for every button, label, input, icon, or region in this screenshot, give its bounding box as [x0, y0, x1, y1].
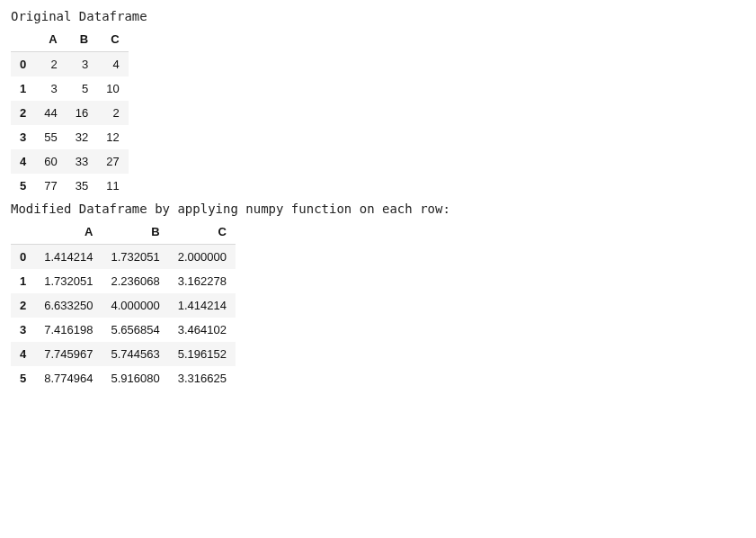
cell: 3.464102: [169, 318, 236, 342]
cell: 5: [67, 76, 97, 101]
table-row: 5 8.774964 5.916080 3.316625: [11, 366, 236, 390]
cell: 2.236068: [102, 269, 168, 293]
cell: 3.316625: [169, 366, 236, 390]
cell: 2: [35, 52, 66, 77]
cell: 60: [35, 149, 66, 174]
cell: 4: [97, 52, 128, 77]
index-header: [11, 27, 35, 52]
cell: 33: [67, 149, 97, 174]
index-header: [11, 220, 35, 245]
cell: 44: [35, 101, 66, 125]
cell: 3: [67, 52, 97, 77]
cell: 12: [97, 125, 128, 149]
cell: 1.414214: [169, 293, 236, 318]
table-row: 2 6.633250 4.000000 1.414214: [11, 293, 236, 318]
cell: 5.196152: [169, 342, 236, 366]
cell: 2: [97, 101, 128, 125]
cell: 4.000000: [102, 293, 168, 318]
row-index: 4: [11, 342, 35, 366]
header-row: A B C: [11, 220, 236, 245]
header-row: A B C: [11, 27, 129, 52]
cell: 27: [97, 149, 128, 174]
cell: 55: [35, 125, 66, 149]
cell: 35: [67, 174, 97, 198]
col-header-A: A: [35, 220, 102, 245]
original-caption: Original Dataframe: [11, 9, 745, 23]
row-index: 3: [11, 318, 35, 342]
row-index: 2: [11, 101, 35, 125]
cell: 5.656854: [102, 318, 168, 342]
cell: 7.745967: [35, 342, 102, 366]
row-index: 5: [11, 174, 35, 198]
cell: 5.744563: [102, 342, 168, 366]
cell: 32: [67, 125, 97, 149]
cell: 2.000000: [169, 245, 236, 270]
cell: 7.416198: [35, 318, 102, 342]
row-index: 0: [11, 52, 35, 77]
table-row: 5 77 35 11: [11, 174, 129, 198]
modified-caption: Modified Dataframe by applying numpy fun…: [11, 202, 745, 216]
cell: 5.916080: [102, 366, 168, 390]
col-header-B: B: [102, 220, 168, 245]
modified-section: Modified Dataframe by applying numpy fun…: [11, 202, 745, 390]
cell: 8.774964: [35, 366, 102, 390]
table-row: 4 60 33 27: [11, 149, 129, 174]
cell: 1.732051: [35, 269, 102, 293]
table-row: 1 3 5 10: [11, 76, 129, 101]
row-index: 1: [11, 269, 35, 293]
col-header-C: C: [169, 220, 236, 245]
cell: 10: [97, 76, 128, 101]
col-header-A: A: [35, 27, 66, 52]
modified-dataframe: A B C 0 1.414214 1.732051 2.000000 1 1.7…: [11, 220, 236, 390]
table-row: 0 2 3 4: [11, 52, 129, 77]
table-row: 1 1.732051 2.236068 3.162278: [11, 269, 236, 293]
original-dataframe: A B C 0 2 3 4 1 3 5 10 2 44 16 2: [11, 27, 129, 198]
col-header-C: C: [97, 27, 128, 52]
row-index: 1: [11, 76, 35, 101]
table-row: 4 7.745967 5.744563 5.196152: [11, 342, 236, 366]
original-section: Original Dataframe A B C 0 2 3 4 1 3 5 1…: [11, 9, 745, 198]
row-index: 0: [11, 245, 35, 270]
cell: 1.414214: [35, 245, 102, 270]
cell: 16: [67, 101, 97, 125]
row-index: 4: [11, 149, 35, 174]
row-index: 5: [11, 366, 35, 390]
row-index: 2: [11, 293, 35, 318]
cell: 1.732051: [102, 245, 168, 270]
cell: 77: [35, 174, 66, 198]
cell: 3: [35, 76, 66, 101]
table-row: 3 7.416198 5.656854 3.464102: [11, 318, 236, 342]
row-index: 3: [11, 125, 35, 149]
cell: 6.633250: [35, 293, 102, 318]
table-row: 3 55 32 12: [11, 125, 129, 149]
cell: 3.162278: [169, 269, 236, 293]
table-row: 2 44 16 2: [11, 101, 129, 125]
table-row: 0 1.414214 1.732051 2.000000: [11, 245, 236, 270]
cell: 11: [97, 174, 128, 198]
col-header-B: B: [67, 27, 97, 52]
